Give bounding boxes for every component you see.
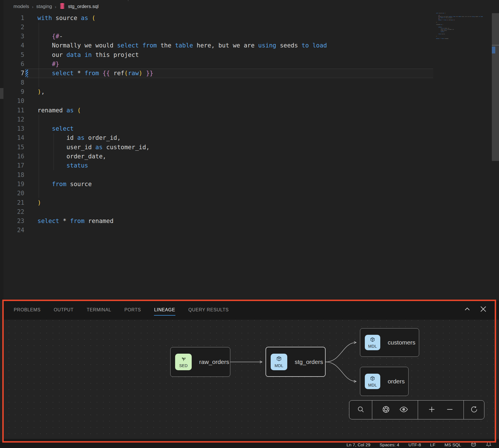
line-number: 19: [3, 181, 24, 188]
tab-problems[interactable]: PROBLEMS: [13, 301, 41, 320]
code-line[interactable]: 10: [3, 96, 433, 106]
line-number: 9: [3, 88, 24, 95]
zoom-in-icon[interactable]: [428, 405, 436, 415]
tab-terminal[interactable]: TERMINAL: [86, 301, 112, 320]
status-bar: Ln 7, Col 29 Spaces: 4 UTF-8 LF MS SQL: [0, 442, 499, 448]
model-badge: MDL: [365, 374, 380, 389]
code-text: order_date,: [37, 153, 106, 160]
code-line[interactable]: 3 {#-: [3, 32, 433, 41]
code-line[interactable]: 19 from source: [3, 179, 433, 189]
line-number: 16: [3, 153, 24, 160]
lineage-node-raw-orders[interactable]: SED raw_orders: [170, 347, 230, 377]
lineage-node-stg-orders[interactable]: MDL stg_orders: [266, 347, 326, 377]
lineage-node-customers[interactable]: MDL customers: [360, 328, 419, 357]
model-badge: MDL: [365, 335, 380, 350]
code-line[interactable]: 6 #}: [3, 59, 433, 69]
code-line[interactable]: 8: [3, 78, 433, 87]
code-text: user_id as customer_id,: [37, 144, 150, 151]
line-number: 3: [3, 33, 24, 40]
eye-icon[interactable]: [399, 405, 408, 415]
line-number: 12: [3, 116, 24, 123]
badge-label: MDL: [368, 383, 377, 387]
lineage-toolbar: [349, 400, 484, 419]
code-line[interactable]: 16 order_date,: [3, 152, 433, 161]
code-line[interactable]: 4 Normally we would select from the tabl…: [3, 41, 433, 50]
cube-icon: [370, 376, 375, 383]
code-line[interactable]: 7 select * from {{ ref(raw) }}: [3, 69, 433, 78]
lineage-canvas[interactable]: [3, 320, 499, 439]
line-number: 24: [3, 227, 24, 234]
line-number: 7: [3, 70, 24, 77]
code-line[interactable]: 15 user_id as customer_id,: [3, 142, 433, 152]
minimap-slider-edge: [492, 45, 499, 45]
tab-ports[interactable]: PORTS: [124, 301, 141, 320]
tab-output[interactable]: OUTPUT: [54, 301, 74, 320]
left-strip-marker: [0, 88, 3, 99]
node-label: customers: [388, 339, 415, 346]
code-text: Normally we would select from the table …: [37, 42, 327, 49]
line-number: 15: [3, 144, 24, 151]
code-editor[interactable]: 1with source as (23 {#-4 Normally we wou…: [3, 0, 488, 300]
status-indentation[interactable]: Spaces: 4: [379, 442, 399, 447]
bell-icon[interactable]: [486, 441, 492, 448]
vscode-window: models › staging › stg_orders.sql 1with …: [0, 0, 499, 448]
cube-icon: [276, 356, 282, 363]
code-line[interactable]: 22: [3, 207, 433, 216]
code-line[interactable]: 20: [3, 189, 433, 198]
code-line[interactable]: 2: [3, 22, 433, 32]
status-cursor-position[interactable]: Ln 7, Col 29: [346, 442, 371, 447]
code-line[interactable]: 18: [3, 170, 433, 180]
code-text: select * from renamed: [37, 218, 114, 224]
bottom-panel: PROBLEMS OUTPUT TERMINAL PORTS LINEAGE Q…: [3, 301, 499, 442]
current-line-highlight: [25, 69, 433, 78]
badge-label: MDL: [368, 344, 377, 349]
code-text: status: [37, 162, 88, 169]
code-line[interactable]: 24: [3, 226, 433, 235]
code-text: with source as (: [37, 15, 95, 21]
code-line[interactable]: 1with source as (: [3, 13, 433, 23]
code-line[interactable]: 21): [3, 198, 433, 207]
zoom-out-icon[interactable]: [446, 405, 454, 415]
code-line[interactable]: 11renamed as (: [3, 105, 433, 115]
lineage-node-orders[interactable]: MDL orders: [360, 367, 409, 396]
refresh-icon[interactable]: [470, 405, 478, 415]
code-line[interactable]: 12: [3, 115, 433, 124]
code-line[interactable]: 9),: [3, 87, 433, 96]
editor-scrollbar[interactable]: [492, 13, 499, 161]
copilot-icon[interactable]: [470, 442, 477, 448]
overview-ruler-cursor-mark: [492, 47, 495, 53]
line-number: 18: [3, 172, 24, 178]
line-number: 2: [3, 24, 24, 31]
code-line[interactable]: 5 our data in this project: [3, 50, 433, 59]
status-encoding[interactable]: UTF-8: [408, 442, 421, 447]
close-icon[interactable]: [479, 305, 488, 313]
code-line[interactable]: 14 id as order_id,: [3, 133, 433, 143]
code-line[interactable]: 23select * from renamed: [3, 216, 433, 226]
tab-query-results[interactable]: QUERY RESULTS: [188, 301, 229, 320]
seed-icon: [181, 356, 187, 363]
code-text: renamed as (: [37, 107, 81, 114]
code-line[interactable]: 17 status: [3, 161, 433, 170]
line-number: 20: [3, 190, 24, 197]
line-number: 21: [3, 199, 24, 206]
line-number: 4: [3, 42, 24, 49]
line-number: 13: [3, 125, 24, 132]
code-text: {#-: [37, 33, 63, 40]
code-text: #}: [37, 61, 59, 67]
status-line-ending[interactable]: LF: [430, 442, 435, 447]
tab-lineage[interactable]: LINEAGE: [154, 301, 176, 320]
minimap-line: [436, 39, 490, 40]
search-icon[interactable]: [357, 405, 365, 415]
line-number: 6: [3, 61, 24, 67]
code-line[interactable]: 13 select: [3, 124, 433, 134]
gutter-modified-decoration: [25, 69, 28, 77]
node-label: orders: [388, 378, 405, 385]
line-number: 17: [3, 162, 24, 169]
cube-icon: [370, 337, 375, 344]
aperture-icon[interactable]: [382, 405, 390, 415]
line-number: 23: [3, 218, 24, 224]
badge-label: SED: [179, 363, 188, 368]
chevron-up-icon[interactable]: [463, 305, 472, 313]
minimap[interactable]: with source as ( {#- Normally we would s…: [436, 13, 490, 40]
status-language-mode[interactable]: MS SQL: [444, 442, 461, 447]
